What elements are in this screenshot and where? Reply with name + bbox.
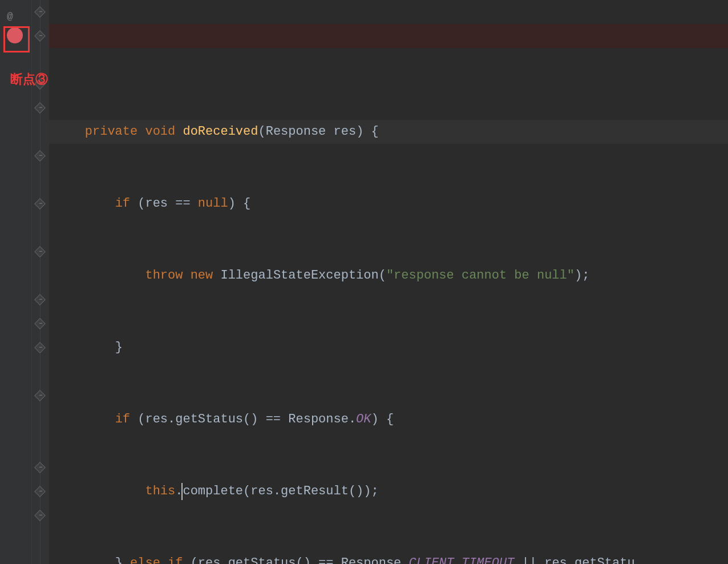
- code-line[interactable]: }: [55, 336, 728, 360]
- fold-icon[interactable]: [34, 198, 46, 210]
- fold-icon[interactable]: [34, 294, 46, 305]
- fold-icon[interactable]: [34, 30, 46, 42]
- fold-end-icon[interactable]: [34, 246, 46, 257]
- fold-icon[interactable]: [34, 102, 46, 114]
- code-line[interactable]: } else if (res.getStatus() == Response.C…: [55, 551, 728, 564]
- fold-end-icon[interactable]: [34, 486, 46, 497]
- fold-icon[interactable]: [34, 342, 46, 353]
- code-line[interactable]: if (res == null) {: [55, 192, 728, 216]
- text-caret: [181, 483, 183, 500]
- breakpoint-annotation-label: 断点③: [10, 69, 48, 92]
- fold-end-icon[interactable]: [34, 318, 46, 329]
- fold-end-icon[interactable]: [34, 510, 46, 521]
- code-editor: @: [0, 0, 728, 564]
- fold-icon[interactable]: [34, 150, 46, 162]
- code-line[interactable]: this.complete(res.getResult());: [55, 480, 728, 503]
- fold-icon[interactable]: [34, 6, 46, 18]
- breakpoint-icon[interactable]: [7, 27, 23, 43]
- fold-icon[interactable]: [34, 390, 46, 401]
- code-area[interactable]: private void doReceived(Response res) { …: [49, 0, 728, 564]
- code-line[interactable]: private void doReceived(Response res) {: [55, 120, 728, 144]
- fold-end-icon[interactable]: [34, 462, 46, 473]
- code-line[interactable]: throw new IllegalStateException("respons…: [55, 264, 728, 288]
- code-line[interactable]: if (res.getStatus() == Response.OK) {: [55, 408, 728, 432]
